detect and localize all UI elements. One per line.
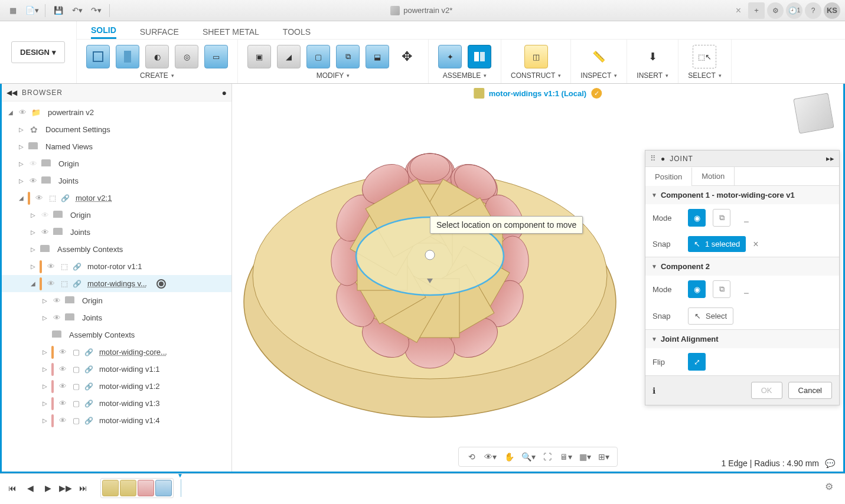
joint-tab-position[interactable]: Position <box>645 168 692 186</box>
select-icon[interactable]: ⬚↖ <box>693 45 716 68</box>
tab-sheet-metal[interactable]: SHEET METAL <box>203 27 259 39</box>
joint-tab-motion[interactable]: Motion <box>692 167 735 185</box>
group-label-construct[interactable]: CONSTRUCT <box>511 71 561 80</box>
undo-icon[interactable]: ↶▾ <box>69 2 86 19</box>
canvas-viewport[interactable]: motor-widings v1:1 (Local) ✓ <box>232 84 843 472</box>
flip-button[interactable]: ⤢ <box>688 353 706 371</box>
mode-between-icon-2[interactable]: ⧉ <box>713 280 730 298</box>
close-tab-icon[interactable]: × <box>731 3 746 18</box>
tree-w1[interactable]: ▷👁▢🔗motor-widing v1:1 <box>2 361 231 378</box>
extrude-icon[interactable] <box>116 45 139 68</box>
snap-selection[interactable]: ↖1 selected <box>688 236 746 252</box>
tree-joints[interactable]: ▷👁Joints <box>2 172 231 189</box>
group-label-insert[interactable]: INSERT <box>637 71 668 80</box>
mode-between-icon[interactable]: ⧉ <box>713 209 730 227</box>
timeline-next-icon[interactable]: ▶▶ <box>59 482 72 495</box>
tree-origin[interactable]: ▷👁Origin <box>2 155 231 172</box>
plane-icon[interactable]: ◫ <box>524 45 548 68</box>
timeline-prev-icon[interactable]: ◀ <box>24 482 37 495</box>
tree-w-joints[interactable]: ▷👁Joints <box>2 309 231 326</box>
joint-icon[interactable] <box>468 45 491 68</box>
save-icon[interactable]: 💾 <box>50 2 67 19</box>
grid-icon[interactable]: ▦▾ <box>578 450 592 464</box>
timeline-play-icon[interactable]: ▶ <box>41 482 54 495</box>
group-label-modify[interactable]: MODIFY <box>317 71 350 80</box>
display-icon[interactable]: 🖥▾ <box>559 450 573 464</box>
timeline-feature[interactable] <box>138 480 154 496</box>
timeline-items[interactable] <box>100 478 174 498</box>
redo-icon[interactable]: ↷▾ <box>88 2 105 19</box>
section-alignment[interactable]: Joint Alignment <box>645 330 839 348</box>
dialog-grip-icon[interactable]: ⠿ <box>650 154 656 163</box>
revolve-icon[interactable]: ◐ <box>145 45 169 68</box>
activate-radio-icon[interactable] <box>156 279 166 289</box>
tree-motor-origin[interactable]: ▷👁Origin <box>2 207 231 224</box>
timeline-last-icon[interactable]: ⏭ <box>77 482 90 495</box>
pan-icon[interactable]: ✋ <box>503 450 517 464</box>
fit-icon[interactable]: ⛶ <box>540 450 554 464</box>
tree-w3[interactable]: ▷👁▢🔗motor-widing v1:3 <box>2 395 231 412</box>
help-icon[interactable]: ? <box>805 2 821 19</box>
new-file-icon[interactable]: 📄▾ <box>24 2 40 19</box>
group-label-inspect[interactable]: INSPECT <box>580 71 617 80</box>
mode-edge-icon-2[interactable]: ⎯ <box>738 280 755 298</box>
split-icon[interactable]: ⬓ <box>366 45 389 68</box>
tab-surface[interactable]: SURFACE <box>140 27 179 39</box>
insert-icon[interactable]: ⬇ <box>641 45 664 68</box>
new-component-icon[interactable]: ✦ <box>438 45 462 68</box>
section-component-1[interactable]: Component 1 - motor-widing-core v1 <box>645 186 839 204</box>
dialog-pin-icon[interactable]: ● <box>661 155 665 163</box>
workspace-switcher[interactable]: DESIGN▾ <box>0 21 77 83</box>
tree-motor-joints[interactable]: ▷👁Joints <box>2 224 231 241</box>
timeline-feature[interactable] <box>155 480 172 496</box>
collapse-browser-icon[interactable]: ◀◀ <box>6 89 17 97</box>
timeline-marker[interactable] <box>181 479 181 497</box>
add-tab-icon[interactable]: + <box>748 2 765 19</box>
document-tab[interactable]: powertrain v2* <box>115 6 729 15</box>
group-label-assemble[interactable]: ASSEMBLE <box>443 71 487 80</box>
tree-doc-settings[interactable]: ▷✿Document Settings <box>2 121 231 138</box>
dialog-expand-icon[interactable]: ▸▸ <box>826 154 834 163</box>
view-cube[interactable] <box>790 90 837 137</box>
tree-motor[interactable]: ◢👁⬚🔗motor v2:1 <box>2 189 231 207</box>
browser-settings-icon[interactable]: ● <box>222 88 227 97</box>
press-pull-icon[interactable]: ▣ <box>247 45 271 68</box>
combine-icon[interactable]: ⧉ <box>336 45 360 68</box>
timeline-feature[interactable] <box>102 480 119 496</box>
shell-icon[interactable]: ▢ <box>306 45 330 68</box>
measure-icon[interactable]: 📏 <box>587 45 611 68</box>
tree-motor-widings[interactable]: ◢👁⬚🔗motor-widings v... <box>2 275 231 292</box>
tree-root[interactable]: ◢👁📁powertrain v2 <box>2 104 231 121</box>
section-component-2[interactable]: Component 2 <box>645 257 839 276</box>
look-icon[interactable]: 👁▾ <box>484 450 498 464</box>
timeline-feature[interactable] <box>120 480 136 496</box>
comments-icon[interactable]: 💬 <box>825 459 835 468</box>
group-label-select[interactable]: SELECT <box>688 71 722 80</box>
tree-w-core[interactable]: ▷👁▢🔗motor-widing-core... <box>2 343 231 361</box>
mode-simple-icon-2[interactable]: ◉ <box>688 280 706 298</box>
box-icon[interactable]: ▭ <box>204 45 228 68</box>
tab-solid[interactable]: SOLID <box>91 25 116 39</box>
tree-named-views[interactable]: ▷Named Views <box>2 138 231 155</box>
ok-button[interactable]: OK <box>751 382 782 399</box>
extensions-icon[interactable]: ⚙ <box>767 2 784 19</box>
move-icon[interactable]: ✥ <box>395 45 419 68</box>
browser-tree[interactable]: ◢👁📁powertrain v2 ▷✿Document Settings ▷Na… <box>2 102 231 472</box>
snap-icon[interactable]: ⊞▾ <box>597 450 611 464</box>
dialog-info-icon[interactable]: ℹ <box>652 386 655 395</box>
mode-edge-icon[interactable]: ⎯ <box>738 209 755 227</box>
fillet-icon[interactable]: ◢ <box>277 45 301 68</box>
clear-snap-icon[interactable]: × <box>753 239 758 250</box>
tree-w2[interactable]: ▷👁▢🔗motor-widing v1:2 <box>2 378 231 395</box>
create-sketch-icon[interactable] <box>86 45 110 68</box>
hole-icon[interactable]: ◎ <box>175 45 198 68</box>
tree-w4[interactable]: ▷👁▢🔗motor-widing v1:4 <box>2 412 231 429</box>
tree-asm-contexts[interactable]: ▷Assembly Contexts <box>2 241 231 258</box>
timeline-settings-icon[interactable]: ⚙ <box>825 481 839 495</box>
zoom-icon[interactable]: 🔍▾ <box>521 450 536 464</box>
mode-simple-icon[interactable]: ◉ <box>688 209 706 227</box>
job-status-icon[interactable]: 🕘1 <box>786 2 802 19</box>
user-avatar[interactable]: KS <box>824 2 840 19</box>
tree-motor-rotor[interactable]: ▷👁⬚🔗motor-rotor v1:1 <box>2 258 231 275</box>
cancel-button[interactable]: Cancel <box>788 382 832 399</box>
